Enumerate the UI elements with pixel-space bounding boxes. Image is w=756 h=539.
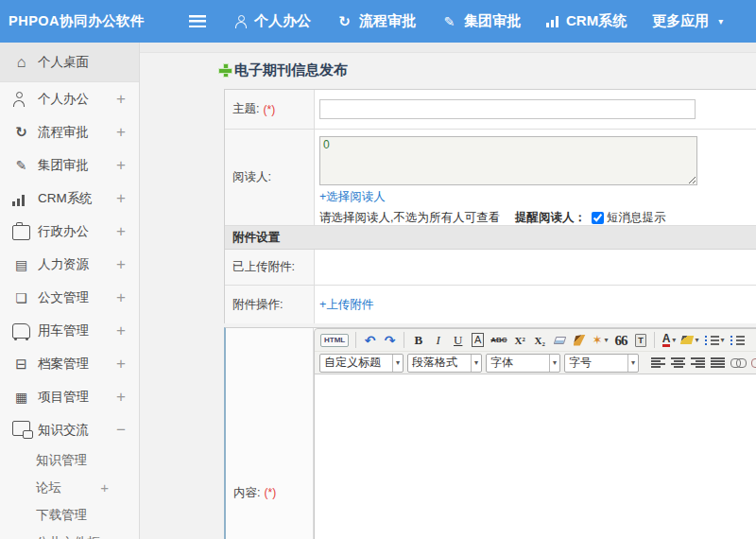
project-icon: [12, 390, 30, 405]
expand-toggle[interactable]: +: [116, 222, 126, 241]
sidebar-subitem[interactable]: 知识管理: [0, 446, 139, 474]
expand-toggle[interactable]: −: [116, 421, 126, 440]
blockquote-button[interactable]: 66: [611, 331, 629, 350]
readers-textarea[interactable]: 0: [319, 136, 697, 185]
sms-notify-checkbox[interactable]: [592, 212, 604, 224]
sidebar-item[interactable]: 流程审批 +: [0, 115, 139, 148]
expand-toggle[interactable]: +: [100, 479, 109, 496]
uploaded-label: 已上传附件:: [232, 259, 295, 275]
expand-toggle[interactable]: +: [116, 255, 126, 274]
sidebar-item[interactable]: CRM系统 +: [0, 182, 139, 215]
subscript-button[interactable]: X₂: [531, 331, 549, 350]
strikethrough-button[interactable]: ABC: [489, 331, 508, 350]
sidebar-item[interactable]: 人力资源 +: [0, 248, 139, 281]
underline-button[interactable]: U: [449, 331, 467, 350]
attachment-ops-row: 附件操作: +上传附件: [225, 286, 756, 323]
align-center-icon: [671, 357, 685, 368]
expand-toggle[interactable]: +: [116, 156, 126, 175]
align-right-button[interactable]: [689, 354, 707, 373]
readers-row: 阅读人: 0 +选择阅读人 请选择阅读人,不选为所有人可查看 提醒阅读人： 短消…: [225, 130, 756, 226]
nav-item[interactable]: 集团审批: [441, 12, 521, 30]
sidebar-item[interactable]: 公文管理 +: [0, 281, 139, 314]
paragraph-format-select[interactable]: 段落格式▾: [407, 354, 482, 373]
main-content: 电子期刊信息发布 主题: (*) 阅读人: 0 +选择阅读人: [140, 43, 756, 539]
app-logo[interactable]: PHPOA协同办公软件: [0, 12, 168, 30]
content-row: 内容: (*) HTML↶↷BIUAABCX²X₂▾66A▾▾▾ 自定义标题▾段…: [224, 327, 756, 539]
select-readers-link[interactable]: +选择阅读人: [319, 189, 386, 205]
sidebar-item[interactable]: 知识交流 −: [0, 413, 139, 446]
italic-button[interactable]: I: [429, 331, 447, 350]
sidebar-item[interactable]: 个人桌面: [0, 43, 139, 82]
align-left-button[interactable]: [649, 354, 667, 373]
required-mark: (*): [264, 486, 276, 499]
superscript-button[interactable]: X²: [511, 331, 529, 350]
expand-toggle[interactable]: +: [116, 123, 126, 142]
align-center-button[interactable]: [669, 354, 687, 373]
expand-toggle[interactable]: +: [116, 90, 126, 109]
sidebar-subitem[interactable]: 公共文件柜: [0, 529, 139, 539]
align-justify-icon: [711, 357, 725, 368]
subject-row: 主题: (*): [225, 90, 756, 130]
sidebar-item[interactable]: 档案管理 +: [0, 347, 139, 380]
paste-as-text-icon: [635, 334, 646, 347]
editor-format-selects: 自定义标题▾段落格式▾字体▾字号▾: [318, 354, 641, 373]
html-source-button[interactable]: HTML: [318, 331, 351, 350]
sidebar-item[interactable]: 行政办公 +: [0, 215, 139, 248]
ordered-list-button[interactable]: ▾: [703, 331, 727, 350]
sidebar-item[interactable]: 用车管理 +: [0, 314, 139, 347]
doc-icon: [12, 290, 30, 305]
uploaded-attachments-empty: [315, 250, 756, 285]
dropdown-caret-icon: ▾: [549, 355, 559, 372]
archive-icon: [12, 356, 30, 372]
subject-label: 主题:: [232, 101, 259, 117]
uploaded-attachments-row: 已上传附件:: [225, 250, 756, 286]
undo-button[interactable]: ↶: [361, 331, 379, 350]
upload-attachment-link[interactable]: +上传附件: [319, 297, 373, 313]
sidebar-item[interactable]: 集团审批 +: [0, 148, 139, 182]
remove-link-button[interactable]: [749, 354, 756, 373]
knowledge-icon: [12, 421, 30, 436]
nav-item[interactable]: CRM系统: [546, 12, 627, 30]
font-size-select[interactable]: 字号▾: [564, 354, 639, 373]
redo-button[interactable]: ↷: [381, 331, 399, 350]
sidebar-subitem[interactable]: 下载管理: [0, 501, 139, 529]
add-plus-icon: [219, 64, 232, 77]
sidebar: 个人桌面 个人办公 + 流程审批 + 集团审批 + CRM系统: [0, 43, 140, 539]
subject-input[interactable]: [319, 99, 696, 119]
sidebar-item[interactable]: 个人办公 +: [0, 82, 139, 115]
font-color-button[interactable]: A▾: [660, 331, 678, 350]
app-body: 个人桌面 个人办公 + 流程审批 + 集团审批 + CRM系统: [0, 43, 756, 539]
remove-format-button[interactable]: [551, 331, 569, 350]
font-family-select[interactable]: 字体▾: [486, 354, 560, 373]
expand-toggle[interactable]: +: [116, 322, 126, 340]
nav-item[interactable]: 流程审批: [336, 12, 416, 30]
dropdown-caret-icon: ▾: [604, 336, 608, 344]
remind-readers-label: 提醒阅读人：: [515, 210, 586, 226]
expand-toggle[interactable]: +: [116, 189, 126, 208]
nav-item[interactable]: 更多应用 ▾: [652, 12, 723, 30]
dropdown-caret-icon: ▾: [695, 336, 698, 344]
expand-toggle[interactable]: +: [116, 388, 126, 407]
format-brush-icon: [574, 335, 586, 346]
dropdown-caret-icon: ▾: [672, 336, 676, 344]
page-title: 电子期刊信息发布: [219, 61, 756, 79]
paste-as-text-button[interactable]: [631, 331, 649, 350]
align-justify-button[interactable]: [709, 354, 727, 373]
bold-button[interactable]: B: [409, 331, 427, 350]
expand-toggle[interactable]: +: [116, 355, 126, 374]
highlight-color-icon: [680, 336, 694, 344]
format-brush-button[interactable]: [571, 331, 589, 350]
insert-link-button[interactable]: [729, 354, 747, 373]
auto-typeset-button[interactable]: ▾: [591, 331, 610, 350]
hamburger-menu-icon[interactable]: [189, 15, 206, 27]
sidebar-subitem[interactable]: 论坛 +: [0, 474, 139, 501]
expand-toggle[interactable]: +: [116, 288, 126, 307]
heading-select[interactable]: 自定义标题▾: [319, 354, 404, 373]
sidebar-item[interactable]: 项目管理 +: [0, 380, 139, 413]
unordered-list-button[interactable]: [729, 331, 747, 350]
font-style-button[interactable]: A: [469, 331, 487, 350]
nav-item[interactable]: 个人办公: [234, 12, 311, 30]
editor-content-area[interactable]: [315, 374, 756, 539]
highlight-color-button[interactable]: ▾: [679, 331, 700, 350]
publish-form: 主题: (*) 阅读人: 0 +选择阅读人 请选择阅读人,不选为所有人可查看 提…: [224, 89, 756, 323]
